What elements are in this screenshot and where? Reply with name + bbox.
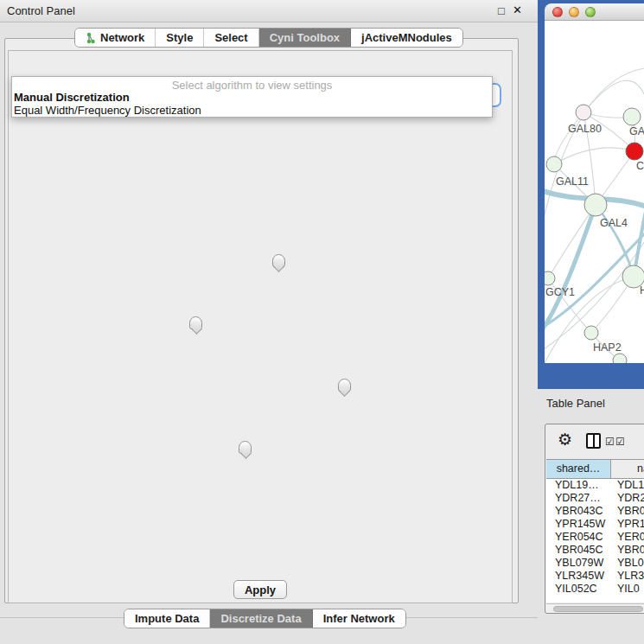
- table-row[interactable]: YLR345W YLR3: [546, 570, 644, 583]
- checkbox-icon[interactable]: ☑: [605, 436, 615, 448]
- tab-label: Discretize Data: [220, 612, 301, 625]
- node-label: GCY1: [545, 286, 575, 298]
- network-graph: GAL80GACGAL11GAL4GCY1HHAP2: [545, 21, 644, 363]
- network-node[interactable]: [626, 143, 643, 160]
- tab-label: Select: [214, 31, 247, 44]
- table-toolbar: ⚙ ☑ ☑: [545, 424, 644, 457]
- algorithm-placeholder: Select algorithm to view settings: [12, 77, 492, 91]
- traffic-light-close-icon[interactable]: [552, 7, 563, 17]
- node-label: GA: [629, 125, 644, 137]
- traffic-light-zoom-icon[interactable]: [585, 7, 596, 17]
- screen: Control Panel □ ✕ Network Style: [0, 0, 644, 644]
- apply-button[interactable]: Apply: [233, 580, 287, 599]
- table-row[interactable]: YBR043C YBR0: [546, 505, 644, 518]
- cell-name: YBR0: [611, 505, 644, 518]
- network-node[interactable]: [546, 156, 562, 172]
- table-hscrollbar[interactable]: [546, 603, 644, 613]
- traffic-light-minimize-icon[interactable]: [569, 7, 579, 17]
- tab-select[interactable]: Select: [204, 29, 258, 47]
- cell-name: YER0: [611, 531, 644, 544]
- node-label: C: [636, 160, 644, 172]
- top-tab-strip: Network Style Select Cyni Toolbox: [74, 28, 463, 48]
- cell-shared-name: YDR27…: [546, 492, 611, 505]
- cell-shared-name: YER054C: [546, 531, 611, 544]
- cell-shared-name: YBL079W: [546, 557, 611, 570]
- cell-name: YBR0: [611, 544, 644, 557]
- tab-style[interactable]: Style: [156, 29, 204, 47]
- network-icon: [86, 32, 96, 44]
- columns-icon[interactable]: [586, 433, 601, 449]
- network-node[interactable]: [584, 326, 598, 340]
- slider-handle[interactable]: [239, 441, 252, 454]
- table-panel: ⚙ ☑ ☑ shared… na YDL19… YDL1 YDR27… YDR2…: [545, 424, 644, 614]
- cell-shared-name: YBR045C: [546, 544, 611, 557]
- tab-label: Style: [166, 31, 193, 44]
- table-row[interactable]: YDR27… YDR2: [546, 492, 644, 505]
- cell-shared-name: YBR043C: [546, 505, 611, 518]
- tab-label: Impute Data: [135, 612, 199, 625]
- network-node[interactable]: [545, 271, 555, 285]
- node-label: GAL4: [600, 217, 628, 229]
- column-header-shared-name[interactable]: shared…: [546, 460, 611, 478]
- tab-label: Cyni Toolbox: [270, 31, 340, 44]
- algorithm-option-equal-width[interactable]: Equal Width/Frequency Discretization: [12, 104, 492, 117]
- table-row[interactable]: YDL19… YDL1: [546, 479, 644, 492]
- network-view-window: GAL80GACGAL11GAL4GCY1HHAP2: [538, 0, 644, 389]
- network-node[interactable]: [576, 105, 591, 120]
- network-window-titlebar[interactable]: [545, 3, 644, 21]
- cell-name: YDR2: [611, 492, 644, 505]
- cell-name: YPR1: [611, 518, 644, 531]
- slider-handle[interactable]: [189, 316, 202, 329]
- table-panel-title: Table Panel: [546, 397, 605, 410]
- gear-icon[interactable]: ⚙: [558, 430, 572, 450]
- cell-name: YIL0: [611, 583, 644, 596]
- cell-shared-name: YDL19…: [546, 479, 611, 492]
- table-header-row: shared… na: [546, 459, 644, 479]
- network-node[interactable]: [584, 194, 607, 216]
- cell-shared-name: YLR345W: [546, 570, 611, 583]
- table-row[interactable]: YIL052C YIL0: [546, 583, 644, 596]
- table-row[interactable]: YBR045C YBR0: [546, 544, 644, 557]
- slider-handle[interactable]: [338, 379, 351, 392]
- cell-name: YDL1: [611, 479, 644, 492]
- tab-discretize-data[interactable]: Discretize Data: [210, 609, 312, 628]
- table-row[interactable]: YBL079W YBL0: [546, 557, 644, 570]
- tab-label: Network: [100, 31, 144, 44]
- hscrollbar-thumb[interactable]: [553, 606, 643, 612]
- cell-shared-name: YIL052C: [546, 583, 611, 596]
- network-node[interactable]: [623, 108, 641, 125]
- slider-handle[interactable]: [272, 254, 285, 267]
- tab-jactivemnodules[interactable]: jActiveMNodules: [351, 29, 462, 47]
- checkbox-icon[interactable]: ☑: [615, 436, 625, 448]
- node-label: H: [640, 284, 644, 296]
- table-row[interactable]: YPR145W YPR1: [546, 518, 644, 531]
- node-label: HAP2: [593, 341, 622, 354]
- node-table: shared… na YDL19… YDL1 YDR27… YDR2 YBR04…: [546, 459, 644, 603]
- algorithm-option-manual[interactable]: Manual Discretization: [12, 91, 492, 104]
- close-icon[interactable]: ✕: [513, 3, 522, 16]
- tab-label: jActiveMNodules: [361, 31, 452, 44]
- column-header-name[interactable]: na: [611, 460, 644, 478]
- tab-cyni-toolbox[interactable]: Cyni Toolbox: [259, 29, 351, 47]
- table-row[interactable]: YER054C YER0: [546, 531, 644, 544]
- bottom-tab-strip: Impute Data Discretize Data Infer Networ…: [124, 609, 406, 628]
- network-canvas[interactable]: GAL80GACGAL11GAL4GCY1HHAP2: [545, 21, 644, 363]
- control-panel-titlebar[interactable]: Control Panel □ ✕: [0, 0, 538, 22]
- node-label: GAL11: [556, 175, 589, 188]
- algorithm-dropdown-popup: Select algorithm to view settings Manual…: [11, 76, 493, 118]
- tab-impute-data[interactable]: Impute Data: [124, 609, 210, 628]
- network-node[interactable]: [613, 354, 627, 363]
- node-label: GAL80: [568, 123, 602, 135]
- tab-infer-network[interactable]: Infer Network: [313, 609, 405, 628]
- cell-name: YLR3: [611, 570, 644, 583]
- cell-shared-name: YPR145W: [546, 518, 611, 531]
- window-title: Control Panel: [7, 4, 75, 17]
- cyni-toolbox-pane: [8, 50, 513, 603]
- tab-label: Infer Network: [323, 612, 395, 625]
- cell-name: YBL0: [611, 557, 644, 570]
- float-window-icon[interactable]: □: [498, 4, 505, 17]
- tab-network[interactable]: Network: [75, 29, 156, 47]
